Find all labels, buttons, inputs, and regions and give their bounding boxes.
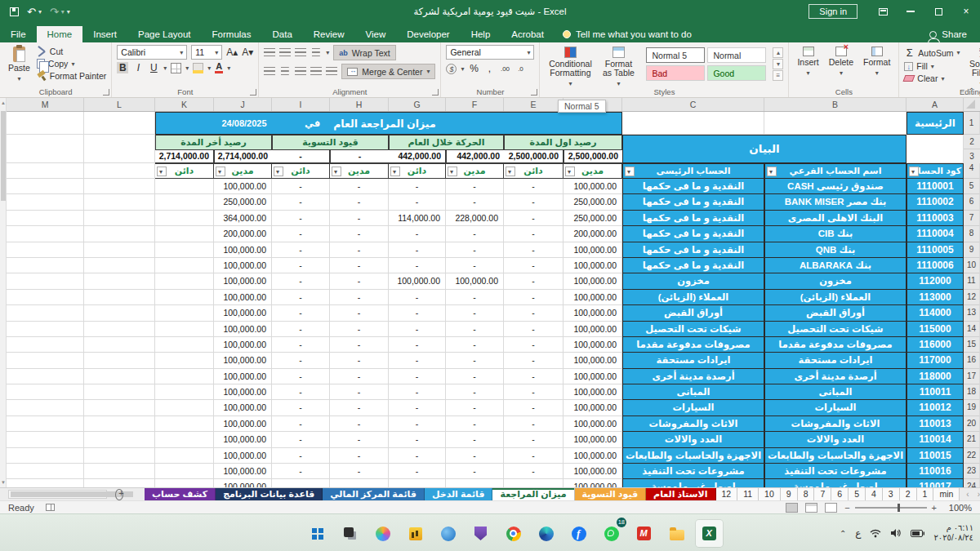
- cell-adjust-debit[interactable]: -: [330, 258, 389, 273]
- cell-closing-credit[interactable]: [155, 226, 214, 242]
- cell-opening-credit[interactable]: -: [504, 226, 564, 242]
- header-period-credit[interactable]: دائن: [389, 163, 446, 179]
- macro-record-icon[interactable]: [46, 504, 55, 511]
- cell-period-debit[interactable]: -: [446, 353, 504, 368]
- cell-opening-debit[interactable]: 100,000.00: [564, 448, 622, 464]
- cell-l[interactable]: [84, 194, 155, 210]
- cell-l[interactable]: [84, 211, 155, 226]
- cell-opening-credit[interactable]: -: [504, 273, 564, 289]
- cell-period-credit[interactable]: -: [389, 305, 446, 321]
- filter-dropdown-icon[interactable]: [625, 167, 635, 176]
- add-sheet-button[interactable]: [115, 489, 123, 500]
- cell-opening-credit[interactable]: -: [504, 448, 564, 464]
- cell-m[interactable]: [7, 384, 84, 400]
- clear-button[interactable]: Clear▾: [904, 73, 960, 83]
- cell-period-credit[interactable]: -: [389, 416, 446, 432]
- align-right-icon[interactable]: [295, 67, 306, 76]
- cell-adjust-credit[interactable]: -: [272, 305, 330, 321]
- cell-adjust-credit[interactable]: -: [272, 242, 330, 258]
- cell-opening-debit[interactable]: 200,000.00: [564, 226, 622, 242]
- cell-opening-debit[interactable]: 250,000.00: [564, 194, 622, 210]
- filter-dropdown-icon[interactable]: [767, 167, 777, 176]
- group-header-cell[interactable]: قيود التسوية: [272, 135, 389, 149]
- cell-m[interactable]: [7, 211, 84, 226]
- fill-color-icon[interactable]: [193, 63, 203, 73]
- clock[interactable]: ٠٦:١١ م ٢٠٢٥/٠٨/٢٤: [933, 523, 973, 543]
- header-closing-credit[interactable]: دائن: [155, 163, 214, 179]
- header-closing-debit[interactable]: مدين: [214, 163, 272, 179]
- cell-opening-credit[interactable]: -: [504, 384, 564, 400]
- sheet-tab[interactable]: 10: [759, 488, 781, 500]
- cell-opening-credit[interactable]: -: [504, 305, 564, 321]
- cell-opening-debit[interactable]: 100,000.00: [564, 273, 622, 289]
- cell-closing-debit[interactable]: 100,000.00: [214, 400, 272, 415]
- cell-opening-debit[interactable]: 100,000.00: [564, 369, 622, 384]
- cell-closing-credit[interactable]: [155, 290, 214, 305]
- cell-account-code[interactable]: 110016: [906, 464, 964, 479]
- cell-period-credit[interactable]: 100,000.00: [389, 273, 446, 289]
- cell-sub-account[interactable]: بنك CIB: [764, 226, 906, 242]
- font-color-icon[interactable]: A: [215, 62, 223, 73]
- cell-m[interactable]: [7, 194, 84, 210]
- cell-m[interactable]: [7, 464, 84, 479]
- maximize-button[interactable]: [924, 0, 952, 23]
- cell-closing-debit[interactable]: 100,000.00: [214, 273, 272, 289]
- cell-main-account[interactable]: أرصدة مدينة أخرى: [622, 369, 764, 384]
- cell-main-account[interactable]: العدد والالات: [622, 432, 764, 447]
- cell-account-code[interactable]: 110011: [906, 384, 964, 400]
- cell-main-account[interactable]: مصروفات مدفوعة مقدما: [622, 337, 764, 353]
- cell-account-code[interactable]: 117000: [906, 353, 964, 368]
- ribbon-tab[interactable]: Help: [461, 26, 501, 42]
- cell-l[interactable]: [84, 305, 155, 321]
- facebook-icon[interactable]: [565, 520, 592, 547]
- sheet-tab[interactable]: 9: [781, 488, 798, 500]
- cell-main-account[interactable]: العملاء (الزبائن): [622, 290, 764, 305]
- cell-closing-debit[interactable]: 100,000.00: [214, 479, 272, 487]
- cell-sub-account[interactable]: شيكات تحت التحصيل: [764, 322, 906, 337]
- cell-main-account[interactable]: النقدية و ما فى حكمها: [622, 194, 764, 210]
- style-bad[interactable]: Bad: [646, 65, 705, 81]
- sheet-tab[interactable]: كشف حساب: [145, 488, 216, 500]
- cell-closing-credit[interactable]: [155, 448, 214, 464]
- report-title-band[interactable]: 24/08/2025 في ميزان المراجعة العام: [155, 112, 622, 135]
- m-app-icon[interactable]: [630, 520, 657, 547]
- cell-adjust-debit[interactable]: -: [330, 273, 389, 289]
- sheet-tab[interactable]: 12: [716, 488, 738, 500]
- column-header[interactable]: M: [7, 98, 84, 111]
- cell-adjust-debit[interactable]: -: [330, 448, 389, 464]
- customize-toolbar-icon[interactable]: ▾: [67, 8, 70, 16]
- cell-closing-credit[interactable]: [155, 305, 214, 321]
- sheet-tab[interactable]: ميزان المراجعة: [492, 488, 574, 500]
- zoom-slider[interactable]: − +: [844, 503, 937, 513]
- cell-l[interactable]: [84, 369, 155, 384]
- cell-l[interactable]: [84, 179, 155, 194]
- cell-opening-credit[interactable]: -: [504, 400, 564, 415]
- task-view-icon[interactable]: [336, 520, 363, 547]
- cell-m[interactable]: [7, 448, 84, 464]
- sheet-tab[interactable]: قاعدة بيانات البرنامج: [216, 488, 323, 500]
- decrease-indent-icon[interactable]: [310, 67, 322, 76]
- cell-adjust-debit[interactable]: -: [330, 479, 389, 487]
- cell-sub-account[interactable]: أوراق القبض: [764, 305, 906, 321]
- cell-closing-credit[interactable]: [155, 242, 214, 258]
- header-opening-debit[interactable]: مدين: [564, 163, 622, 179]
- cell-adjust-debit[interactable]: -: [330, 290, 389, 305]
- cell-closing-debit[interactable]: 100,000.00: [214, 290, 272, 305]
- header-adjust-credit[interactable]: دائن: [272, 163, 330, 179]
- align-center-icon[interactable]: [279, 67, 291, 76]
- cell-opening-credit[interactable]: -: [504, 179, 564, 194]
- sheet-tab[interactable]: 2: [900, 488, 917, 500]
- cell-adjust-debit[interactable]: -: [330, 322, 389, 337]
- cell-closing-credit[interactable]: [155, 322, 214, 337]
- sheet-tab[interactable]: قائمة الدخل: [425, 488, 493, 500]
- edge-icon[interactable]: [532, 520, 559, 547]
- cell-adjust-debit[interactable]: -: [330, 400, 389, 415]
- cell-adjust-credit[interactable]: -: [272, 416, 330, 432]
- cell-sub-account[interactable]: أرصدة مدينة أخرى: [764, 369, 906, 384]
- font-name-combo[interactable]: Calibri▾: [117, 45, 187, 60]
- cell-period-debit[interactable]: -: [446, 432, 504, 447]
- cell-closing-debit[interactable]: 100,000.00: [214, 384, 272, 400]
- cell-opening-credit[interactable]: -: [504, 211, 564, 226]
- cell-adjust-credit[interactable]: -: [272, 258, 330, 273]
- cell-period-credit[interactable]: -: [389, 400, 446, 415]
